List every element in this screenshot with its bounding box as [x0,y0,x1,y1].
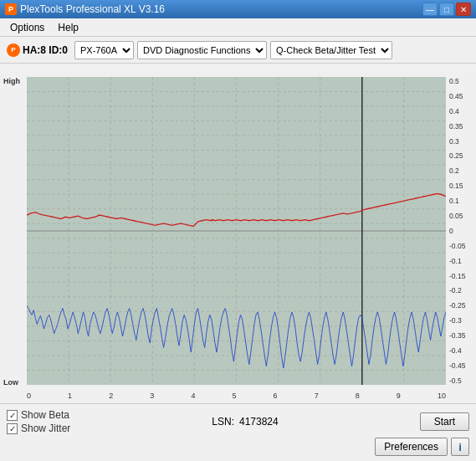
window-controls: — □ ✕ [422,3,471,16]
window-title: PlexTools Professional XL V3.16 [20,3,165,15]
test-select[interactable]: Q-Check Beta/Jitter Test [270,41,392,59]
app-icon: P [5,3,17,15]
minimize-button[interactable]: — [422,3,438,16]
main-content: High Low 0.5 0.45 0.4 0.35 0.3 0.25 0.2 … [0,64,476,461]
start-button[interactable]: Start [420,412,469,431]
preferences-row: Preferences i [375,438,469,456]
lsn-value: 4173824 [239,416,279,428]
toolbar: P HA:8 ID:0 PX-760A DVD Diagnostic Funct… [0,37,476,64]
app-icon-text: P [8,5,13,13]
device-icon: P [7,44,20,57]
maximize-button[interactable]: □ [439,3,454,16]
title-bar-left: P PlexTools Professional XL V3.16 [5,3,165,15]
device-select[interactable]: PX-760A [74,41,134,59]
show-jitter-checkbox[interactable] [7,423,18,434]
chart-wrapper: High Low 0.5 0.45 0.4 0.35 0.3 0.25 0.2 … [0,64,476,403]
preferences-button[interactable]: Preferences [375,438,448,456]
bottom-row2: Preferences i [7,438,469,456]
y-axis-right: 0.5 0.45 0.4 0.35 0.3 0.25 0.2 0.15 0.1 … [448,77,474,385]
lsn-area: LSN: 4173824 [212,416,278,428]
device-id: HA:8 ID:0 [23,44,68,56]
title-bar: P PlexTools Professional XL V3.16 — □ ✕ [0,0,476,18]
start-button-container: Start [420,412,469,431]
menu-bar: Options Help [0,18,476,37]
info-button[interactable]: i [451,438,469,456]
chart-label-high: High [3,77,20,85]
chart-label-low: Low [3,378,18,387]
show-jitter-row: Show Jitter [7,423,70,434]
menu-help[interactable]: Help [51,20,85,35]
x-axis-labels: 0 1 2 3 4 5 6 7 8 9 10 [27,392,446,400]
show-beta-checkbox[interactable] [7,410,18,421]
show-jitter-label: Show Jitter [21,423,70,434]
show-beta-row: Show Beta [7,409,70,421]
chart-svg [27,77,446,385]
bottom-bar: Show Beta Show Jitter LSN: 4173824 Start… [0,403,476,461]
close-button[interactable]: ✕ [456,3,471,16]
menu-options[interactable]: Options [3,20,51,35]
device-badge: P HA:8 ID:0 [3,44,71,57]
checkboxes-area: Show Beta Show Jitter [7,409,70,434]
bottom-row1: Show Beta Show Jitter LSN: 4173824 Start [7,409,469,434]
show-beta-label: Show Beta [21,409,69,421]
lsn-label: LSN: [212,416,234,428]
function-select[interactable]: DVD Diagnostic Functions [137,41,267,59]
